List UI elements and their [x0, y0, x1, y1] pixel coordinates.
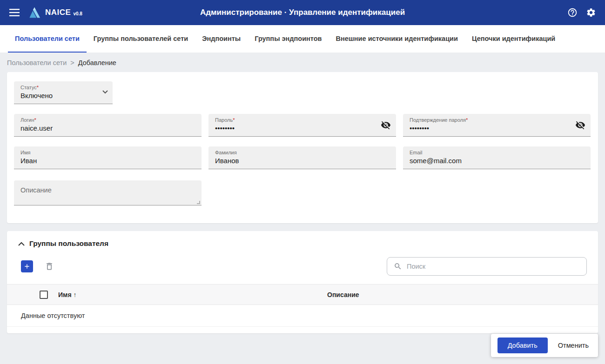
- magnifier-icon: [394, 262, 402, 271]
- tab-bar: Пользователи сети Группы пользователей с…: [0, 25, 605, 53]
- table-empty-state: Данные отсутствуют: [7, 305, 598, 327]
- search-input[interactable]: [407, 263, 580, 270]
- hamburger-icon[interactable]: [8, 7, 20, 19]
- required-mark: *: [233, 117, 235, 123]
- password-confirm-value: ••••••••: [410, 124, 585, 132]
- top-bar: NAICE v0.8 Администрирование · Управлени…: [0, 0, 605, 25]
- last-name-field[interactable]: Фамилия Иванов: [208, 146, 396, 169]
- tab-network-user-groups[interactable]: Группы пользователей сети: [87, 25, 195, 53]
- required-mark: *: [37, 85, 39, 90]
- user-groups-card: Группы пользователя Им: [7, 231, 598, 333]
- tab-external-identity-sources[interactable]: Внешние источники идентификации: [329, 25, 464, 53]
- cancel-button[interactable]: Отменить: [558, 342, 589, 349]
- required-mark: *: [34, 117, 36, 123]
- table-header-row: Имя ↑ Описание: [7, 284, 598, 305]
- page-title: Администрирование · Управление идентифик…: [0, 8, 605, 17]
- groups-toolbar: [7, 248, 598, 284]
- password-confirm-field[interactable]: Подтверждение пароля* ••••••••: [403, 114, 591, 137]
- email-label: Email: [410, 150, 585, 155]
- breadcrumb-parent[interactable]: Пользователи сети: [7, 59, 67, 66]
- groups-section-header[interactable]: Группы пользователя: [7, 239, 598, 248]
- groups-section-title: Группы пользователя: [29, 239, 108, 248]
- password-value: ••••••••: [215, 124, 390, 132]
- select-all-checkbox[interactable]: [40, 291, 48, 299]
- status-label: Статус*: [20, 85, 107, 90]
- eye-off-icon[interactable]: [575, 119, 586, 131]
- app-version: v0.8: [73, 11, 82, 16]
- trash-icon: [45, 262, 54, 271]
- tab-endpoints[interactable]: Эндпоинты: [195, 25, 248, 53]
- search-box: [387, 257, 587, 276]
- gear-icon[interactable]: [585, 7, 597, 18]
- help-circle-icon[interactable]: [567, 7, 578, 18]
- breadcrumb: Пользователи сети > Добавление: [0, 53, 605, 72]
- login-field[interactable]: Логин* naice.user: [14, 114, 202, 137]
- description-label: Описание: [20, 186, 196, 194]
- last-name-label: Фамилия: [215, 150, 390, 155]
- chevron-up-icon: [18, 242, 25, 246]
- status-value: Включено: [20, 92, 107, 99]
- email-value: some@mail.com: [410, 157, 585, 165]
- login-label: Логин*: [20, 117, 196, 123]
- breadcrumb-current: Добавление: [78, 59, 116, 66]
- naice-logo-icon: [28, 7, 42, 19]
- breadcrumb-separator: >: [70, 59, 74, 66]
- footer-action-bar: Добавить Отменить: [491, 334, 598, 357]
- eye-off-icon[interactable]: [380, 119, 391, 131]
- tab-identity-chains[interactable]: Цепочки идентификаций: [465, 25, 562, 53]
- password-confirm-label: Подтверждение пароля*: [410, 117, 585, 123]
- required-mark: *: [466, 117, 468, 123]
- app-name: NAICE: [45, 8, 71, 17]
- plus-icon: [23, 263, 31, 270]
- sort-ascending-icon: ↑: [74, 291, 77, 298]
- first-name-value: Иван: [20, 157, 196, 165]
- password-field[interactable]: Пароль* ••••••••: [208, 114, 396, 137]
- tab-network-users[interactable]: Пользователи сети: [8, 25, 87, 53]
- resize-handle[interactable]: [197, 201, 200, 204]
- email-field[interactable]: Email some@mail.com: [403, 146, 591, 169]
- first-name-field[interactable]: Имя Иван: [14, 146, 202, 169]
- last-name-value: Иванов: [215, 157, 390, 165]
- login-value: naice.user: [20, 124, 196, 132]
- status-select[interactable]: Статус* Включено: [14, 81, 113, 104]
- user-form-card: Статус* Включено Логин* naice.user Парол…: [7, 72, 598, 223]
- tab-endpoint-groups[interactable]: Группы эндпоинтов: [248, 25, 329, 53]
- column-header-name[interactable]: Имя ↑: [58, 291, 327, 298]
- name-column-label: Имя: [58, 291, 72, 298]
- column-header-description: Описание: [327, 291, 598, 298]
- chevron-down-icon: [102, 90, 108, 94]
- add-group-button[interactable]: [21, 260, 33, 272]
- first-name-label: Имя: [20, 150, 196, 155]
- app-logo: NAICE v0.8: [28, 7, 82, 19]
- password-label: Пароль*: [215, 117, 390, 123]
- submit-button[interactable]: Добавить: [497, 338, 548, 353]
- description-field[interactable]: Описание: [14, 180, 202, 205]
- delete-group-button[interactable]: [43, 260, 55, 272]
